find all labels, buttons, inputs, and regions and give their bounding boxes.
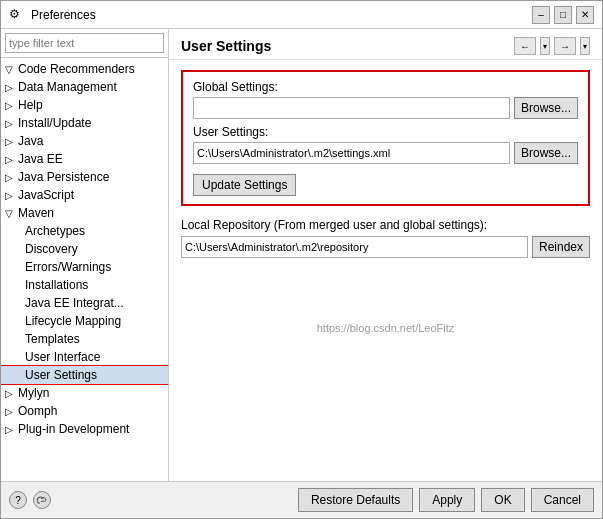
sidebar-item-templates[interactable]: Templates xyxy=(1,330,168,348)
sidebar-item-install-update[interactable]: ▷ Install/Update xyxy=(1,114,168,132)
expand-icon: ▷ xyxy=(5,82,15,93)
sidebar-item-label: Errors/Warnings xyxy=(25,260,111,274)
user-settings-input[interactable] xyxy=(193,142,510,164)
cancel-button[interactable]: Cancel xyxy=(531,488,594,512)
sidebar-item-plug-in-development[interactable]: ▷ Plug-in Development xyxy=(1,420,168,438)
watermark: https://blog.csdn.net/LeoFitz xyxy=(181,318,590,338)
link-icon[interactable] xyxy=(33,491,51,509)
filter-box xyxy=(1,29,168,58)
sidebar-item-label: Discovery xyxy=(25,242,78,256)
sidebar-item-archetypes[interactable]: Archetypes xyxy=(1,222,168,240)
sidebar-item-label: Lifecycle Mapping xyxy=(25,314,121,328)
sidebar-item-lifecycle-mapping[interactable]: Lifecycle Mapping xyxy=(1,312,168,330)
expand-icon: ▷ xyxy=(5,136,15,147)
expand-icon: ▷ xyxy=(5,172,15,183)
close-button[interactable]: ✕ xyxy=(576,6,594,24)
update-settings-button[interactable]: Update Settings xyxy=(193,174,296,196)
content-panel: User Settings ← ▾ → ▾ Global Settings: xyxy=(169,29,602,481)
sidebar-item-errors-warnings[interactable]: Errors/Warnings xyxy=(1,258,168,276)
sidebar-item-label: Plug-in Development xyxy=(18,422,129,436)
global-settings-browse-button[interactable]: Browse... xyxy=(514,97,578,119)
nav-back-dropdown[interactable]: ▾ xyxy=(540,37,550,55)
sidebar-item-data-management[interactable]: ▷ Data Management xyxy=(1,78,168,96)
expand-icon: ▷ xyxy=(5,100,15,111)
sidebar-item-maven[interactable]: ▽ Maven xyxy=(1,204,168,222)
filter-input[interactable] xyxy=(5,33,164,53)
local-repo-row: Reindex xyxy=(181,236,590,258)
sidebar-item-label: User Interface xyxy=(25,350,100,364)
bottom-right: Restore Defaults Apply OK Cancel xyxy=(298,488,594,512)
preferences-window: ⚙ Preferences – □ ✕ ▽ Code Recommenders xyxy=(0,0,603,519)
sidebar-item-label: Java xyxy=(18,134,43,148)
content-title: User Settings xyxy=(181,38,271,54)
expand-icon: ▽ xyxy=(5,64,15,75)
sidebar-item-label: Data Management xyxy=(18,80,117,94)
sidebar-item-discovery[interactable]: Discovery xyxy=(1,240,168,258)
sidebar-item-code-recommenders[interactable]: ▽ Code Recommenders xyxy=(1,60,168,78)
sidebar-item-help[interactable]: ▷ Help xyxy=(1,96,168,114)
user-settings-label: User Settings: xyxy=(193,125,578,139)
help-icon[interactable]: ? xyxy=(9,491,27,509)
user-settings-browse-button[interactable]: Browse... xyxy=(514,142,578,164)
nav-back-button[interactable]: ← xyxy=(514,37,536,55)
nav-arrows: ← ▾ → ▾ xyxy=(514,37,590,55)
sidebar-item-mylyn[interactable]: ▷ Mylyn xyxy=(1,384,168,402)
apply-button[interactable]: Apply xyxy=(419,488,475,512)
expand-icon: ▷ xyxy=(5,388,15,399)
sidebar-item-installations[interactable]: Installations xyxy=(1,276,168,294)
local-repo-input[interactable] xyxy=(181,236,528,258)
title-bar-controls: – □ ✕ xyxy=(532,6,594,24)
sidebar-item-java-persistence[interactable]: ▷ Java Persistence xyxy=(1,168,168,186)
global-settings-label: Global Settings: xyxy=(193,80,578,94)
expand-icon: ▷ xyxy=(5,424,15,435)
sidebar-item-label: Java EE Integrat... xyxy=(25,296,124,310)
maximize-button[interactable]: □ xyxy=(554,6,572,24)
sidebar-item-label: Java EE xyxy=(18,152,63,166)
tree: ▽ Code Recommenders ▷ Data Management ▷ … xyxy=(1,58,168,481)
sidebar-item-label: Code Recommenders xyxy=(18,62,135,76)
global-settings-input[interactable] xyxy=(193,97,510,119)
global-settings-input-row: Browse... xyxy=(193,97,578,119)
user-settings-input-row: Browse... xyxy=(193,142,578,164)
sidebar-item-java[interactable]: ▷ Java xyxy=(1,132,168,150)
expand-icon: ▷ xyxy=(5,118,15,129)
global-settings-row: Global Settings: Browse... xyxy=(193,80,578,119)
link-svg xyxy=(36,494,48,506)
window-icon: ⚙ xyxy=(9,7,25,23)
local-repo-section: Local Repository (From merged user and g… xyxy=(181,218,590,258)
ok-button[interactable]: OK xyxy=(481,488,524,512)
title-bar-left: ⚙ Preferences xyxy=(9,7,96,23)
sidebar-item-label: Java Persistence xyxy=(18,170,109,184)
bottom-left: ? xyxy=(9,491,51,509)
sidebar-item-label: Install/Update xyxy=(18,116,91,130)
bottom-bar: ? Restore Defaults Apply OK Cancel xyxy=(1,481,602,518)
sidebar-item-java-ee-integration[interactable]: Java EE Integrat... xyxy=(1,294,168,312)
expand-icon: ▷ xyxy=(5,406,15,417)
main-area: ▽ Code Recommenders ▷ Data Management ▷ … xyxy=(1,29,602,481)
expand-icon: ▷ xyxy=(5,154,15,165)
sidebar-item-label: Help xyxy=(18,98,43,112)
local-repo-label: Local Repository (From merged user and g… xyxy=(181,218,590,232)
minimize-button[interactable]: – xyxy=(532,6,550,24)
sidebar-item-user-interface[interactable]: User Interface xyxy=(1,348,168,366)
reindex-button[interactable]: Reindex xyxy=(532,236,590,258)
sidebar-item-oomph[interactable]: ▷ Oomph xyxy=(1,402,168,420)
settings-box: Global Settings: Browse... User Settings… xyxy=(181,70,590,206)
sidebar-item-label: Installations xyxy=(25,278,88,292)
nav-forward-dropdown[interactable]: ▾ xyxy=(580,37,590,55)
sidebar-item-label: Maven xyxy=(18,206,54,220)
sidebar-item-label: Archetypes xyxy=(25,224,85,238)
sidebar-item-label: Templates xyxy=(25,332,80,346)
sidebar-item-label: JavaScript xyxy=(18,188,74,202)
nav-forward-button[interactable]: → xyxy=(554,37,576,55)
content-body: Global Settings: Browse... User Settings… xyxy=(169,60,602,481)
restore-defaults-button[interactable]: Restore Defaults xyxy=(298,488,413,512)
title-bar: ⚙ Preferences – □ ✕ xyxy=(1,1,602,29)
sidebar-item-java-ee[interactable]: ▷ Java EE xyxy=(1,150,168,168)
sidebar-item-javascript[interactable]: ▷ JavaScript xyxy=(1,186,168,204)
sidebar: ▽ Code Recommenders ▷ Data Management ▷ … xyxy=(1,29,169,481)
expand-icon: ▷ xyxy=(5,190,15,201)
sidebar-item-label: Mylyn xyxy=(18,386,49,400)
sidebar-item-user-settings[interactable]: User Settings xyxy=(1,366,168,384)
user-settings-row: User Settings: Browse... xyxy=(193,125,578,164)
